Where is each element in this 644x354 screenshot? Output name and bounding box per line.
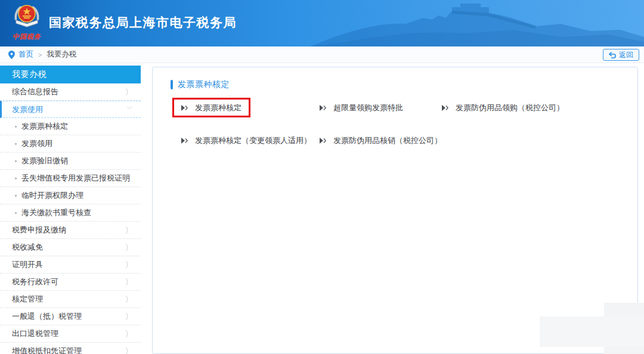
breadcrumb-bar: 首页 > 我要办税 返回 [0, 46, 644, 63]
breadcrumb: 首页 > 我要办税 [0, 46, 644, 63]
chevron-right-icon: 〉 [125, 241, 132, 253]
bullet-icon [15, 178, 17, 179]
sidebar-item-15[interactable]: 增值税抵扣凭证管理〉 [0, 343, 141, 354]
service-link-label: 超限量领购发票特批 [333, 103, 403, 113]
breadcrumb-current: 我要办税 [47, 49, 76, 60]
sidebar-menu: 综合信息报告〉发票使用〉发票票种核定发票领用发票验旧缴销丢失增值税专用发票已报税… [0, 83, 141, 354]
back-button[interactable]: 返回 [603, 49, 639, 61]
breadcrumb-separator: > [38, 51, 42, 58]
sidebar-item-10[interactable]: 证明开具〉 [0, 256, 141, 274]
sidebar-item-8[interactable]: 税费申报及缴纳〉 [0, 222, 141, 239]
sidebar-item-0[interactable]: 综合信息报告〉 [0, 83, 141, 101]
sidebar-item-11[interactable]: 税务行政许可〉 [0, 274, 141, 291]
sidebar-item-label: 出口退税管理 [12, 328, 125, 339]
page: 中国税务 国家税务总局上海市电子税务局 首页 > 我要办税 返回 我要办税 综合… [0, 0, 644, 354]
tax-bureau-logo: 中国税务 [8, 2, 45, 45]
section-title: 发票票种核定 [171, 79, 637, 90]
go-arrow-icon [442, 105, 448, 111]
chevron-right-icon: 〉 [125, 259, 132, 271]
chevron-down-icon: 〉 [125, 106, 134, 113]
sidebar-item-5[interactable]: 丢失增值税专用发票已报税证明 [0, 170, 141, 187]
go-arrow-icon [320, 138, 326, 144]
bullet-icon [15, 160, 17, 162]
national-emblem-icon [11, 2, 42, 33]
service-links-grid: 发票票种核定超限量领购发票特批发票防伪用品领购（税控公司）发票票种核定（变更领票… [172, 98, 637, 150]
go-arrow-icon [181, 138, 188, 144]
sidebar-item-label: 税收减免 [12, 242, 125, 253]
service-link-label: 发票票种核定 [195, 103, 242, 113]
sidebar-item-label: 税务行政许可 [12, 277, 125, 287]
go-arrow-icon [320, 105, 326, 111]
sidebar-item-9[interactable]: 税收减免〉 [0, 239, 141, 256]
main-panel: 发票票种核定 发票票种核定超限量领购发票特批发票防伪用品领购（税控公司）发票票种… [152, 67, 638, 354]
go-arrow-icon [181, 105, 188, 111]
service-link-0[interactable]: 发票票种核定 [172, 98, 250, 117]
sidebar-item-4[interactable]: 发票验旧缴销 [0, 153, 141, 170]
sidebar-item-label: 发票使用 [12, 104, 126, 115]
back-arrow-icon [609, 52, 616, 58]
sidebar-item-label: 丢失增值税专用发票已报税证明 [21, 173, 130, 184]
watermark-remnant [540, 316, 644, 347]
chevron-right-icon: 〉 [125, 276, 132, 288]
service-link-label: 发票票种核定（变更领票人适用） [195, 135, 311, 146]
chevron-right-icon: 〉 [125, 224, 132, 236]
bullet-icon [15, 143, 17, 145]
location-pin-icon [8, 51, 15, 59]
service-link-1[interactable]: 超限量领购发票特批 [311, 98, 412, 117]
sidebar-item-label: 综合信息报告 [12, 86, 125, 97]
sidebar-item-label: 增值税抵扣凭证管理 [12, 346, 125, 354]
sidebar-item-label: 发票验旧缴销 [21, 156, 68, 166]
sidebar-item-2[interactable]: 发票票种核定 [0, 118, 141, 135]
sidebar-item-1[interactable]: 发票使用〉 [0, 101, 141, 118]
breadcrumb-home-link[interactable]: 首页 [18, 49, 33, 60]
logo-caption: 中国税务 [8, 32, 45, 41]
service-link-label: 发票防伪用品核销（税控公司） [333, 135, 442, 146]
section-title-bar-icon [171, 80, 173, 89]
bullet-icon [15, 195, 17, 197]
bullet-icon [15, 126, 17, 128]
sidebar-header: 我要办税 [0, 66, 141, 83]
chevron-right-icon: 〉 [125, 293, 132, 305]
sidebar-item-label: 证明开具 [12, 259, 125, 270]
chevron-right-icon: 〉 [125, 310, 132, 322]
service-link-4[interactable]: 发票防伪用品核销（税控公司） [311, 131, 451, 150]
sidebar-item-label: 税费申报及缴纳 [12, 225, 125, 235]
service-link-label: 发票防伪用品领购（税控公司） [456, 103, 564, 113]
app-header: 中国税务 国家税务总局上海市电子税务局 [0, 0, 644, 46]
sidebar-item-label: 临时开票权限办理 [21, 190, 83, 201]
chevron-right-icon: 〉 [125, 328, 132, 340]
service-link-3[interactable]: 发票票种核定（变更领票人适用） [172, 131, 320, 150]
sidebar-item-label: 发票票种核定 [21, 121, 68, 132]
bullet-icon [15, 212, 17, 214]
great-wall-illustration [310, 0, 644, 46]
sidebar-item-label: 核定管理 [12, 294, 125, 305]
chevron-right-icon: 〉 [125, 86, 132, 98]
service-link-2[interactable]: 发票防伪用品领购（税控公司） [433, 98, 573, 117]
sidebar-item-3[interactable]: 发票领用 [0, 135, 141, 153]
sidebar-item-label: 一般退（抵）税管理 [12, 311, 125, 322]
chevron-right-icon: 〉 [125, 345, 132, 354]
back-button-label: 返回 [619, 50, 633, 60]
sidebar-item-14[interactable]: 出口退税管理〉 [0, 325, 141, 343]
sidebar-item-13[interactable]: 一般退（抵）税管理〉 [0, 308, 141, 325]
section-title-text: 发票票种核定 [178, 79, 230, 90]
sidebar-item-7[interactable]: 海关缴款书重号核查 [0, 204, 141, 222]
sidebar-item-label: 海关缴款书重号核查 [21, 207, 91, 218]
sidebar-item-label: 发票领用 [21, 138, 52, 149]
sidebar-item-12[interactable]: 核定管理〉 [0, 291, 141, 308]
site-title: 国家税务总局上海市电子税务局 [49, 14, 237, 31]
sidebar-item-6[interactable]: 临时开票权限办理 [0, 187, 141, 204]
sidebar: 我要办税 综合信息报告〉发票使用〉发票票种核定发票领用发票验旧缴销丢失增值税专用… [0, 66, 141, 354]
